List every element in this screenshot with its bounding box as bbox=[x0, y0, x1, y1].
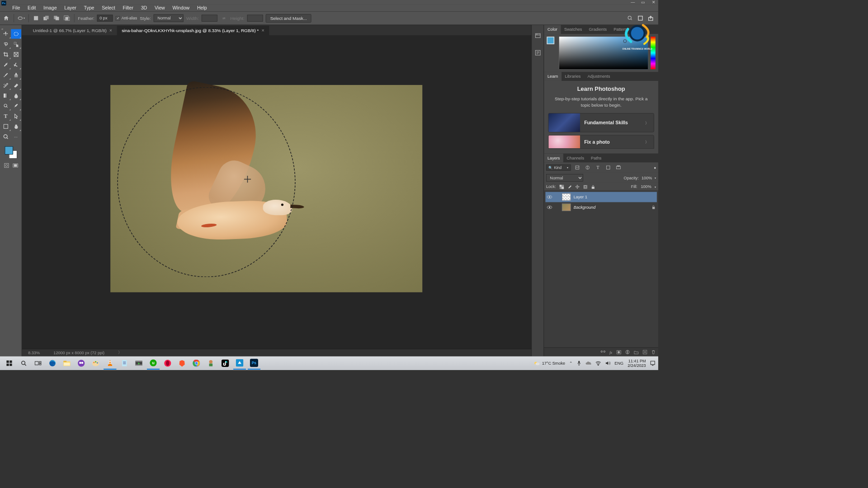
maximize-button[interactable]: ▭ bbox=[640, 0, 646, 5]
taskbar-app-orange[interactable] bbox=[204, 357, 217, 370]
fill-value[interactable]: 100% bbox=[641, 184, 651, 189]
layer-thumbnail[interactable] bbox=[562, 204, 571, 211]
filter-type-icon[interactable]: T bbox=[594, 164, 602, 172]
blur-tool[interactable] bbox=[11, 91, 21, 100]
menu-layer[interactable]: Layer bbox=[61, 5, 80, 11]
lasso-tool[interactable] bbox=[0, 39, 11, 49]
blend-mode-select[interactable]: Normal bbox=[546, 174, 583, 182]
add-selection-icon[interactable] bbox=[42, 14, 50, 22]
quick-select-tool[interactable] bbox=[11, 39, 21, 49]
menu-3d[interactable]: 3D bbox=[137, 5, 151, 11]
channels-tab[interactable]: Channels bbox=[563, 154, 588, 163]
volume-icon[interactable] bbox=[605, 361, 610, 366]
taskbar-edge[interactable] bbox=[46, 357, 59, 370]
search-button[interactable] bbox=[17, 357, 30, 370]
fg-color-chip[interactable] bbox=[547, 37, 554, 44]
properties-panel-icon[interactable] bbox=[534, 49, 542, 56]
paths-tab[interactable]: Paths bbox=[588, 154, 605, 163]
zoom-level[interactable]: 8.33% bbox=[28, 350, 40, 355]
learn-tab[interactable]: Learn bbox=[544, 72, 561, 81]
antialias-checkbox[interactable]: ✓Anti-alias bbox=[116, 16, 137, 20]
wifi-icon[interactable] bbox=[595, 361, 601, 366]
task-view-button[interactable] bbox=[32, 357, 45, 370]
close-tab-icon[interactable]: × bbox=[261, 28, 264, 33]
crop-tool[interactable] bbox=[0, 50, 11, 59]
taskbar-app-blue[interactable] bbox=[233, 357, 246, 370]
taskbar-chrome[interactable] bbox=[190, 357, 203, 370]
taskbar-explorer[interactable] bbox=[60, 357, 73, 370]
adjustment-layer-icon[interactable] bbox=[625, 350, 630, 354]
group-icon[interactable] bbox=[634, 350, 639, 354]
subtract-selection-icon[interactable] bbox=[53, 14, 61, 22]
filter-shape-icon[interactable] bbox=[604, 164, 612, 172]
learn-item-fix-photo[interactable]: Fix a photo 〉 bbox=[548, 135, 654, 149]
taskbar-notepad[interactable] bbox=[118, 357, 131, 370]
opacity-value[interactable]: 100% bbox=[642, 176, 652, 181]
filter-smart-icon[interactable] bbox=[615, 164, 623, 172]
new-selection-icon[interactable] bbox=[32, 14, 40, 22]
lock-transparency-icon[interactable] bbox=[559, 185, 564, 189]
swatches-tab[interactable]: Swatches bbox=[561, 25, 585, 34]
document-tab-2[interactable]: sina-bahar-QDkvLKXHYhk-unsplash.jpg @ 8.… bbox=[117, 26, 269, 35]
frame-icon[interactable] bbox=[637, 15, 643, 21]
taskbar-photoshop[interactable]: Ps bbox=[247, 357, 260, 370]
gradients-tab[interactable]: Gradients bbox=[585, 25, 610, 34]
doc-dimensions[interactable]: 12000 px x 8000 px (72 ppi) bbox=[53, 350, 104, 355]
style-select[interactable]: Normal bbox=[154, 14, 184, 22]
minimize-button[interactable]: — bbox=[629, 0, 636, 5]
visibility-icon[interactable] bbox=[547, 206, 553, 210]
intersect-selection-icon[interactable] bbox=[63, 14, 71, 22]
eyedropper-tool[interactable] bbox=[0, 60, 11, 70]
layer-name[interactable]: Layer 1 bbox=[574, 195, 587, 200]
hand-tool[interactable] bbox=[11, 122, 21, 131]
taskbar-vlc[interactable] bbox=[104, 357, 117, 370]
tool-preset-icon[interactable]: ▾ bbox=[18, 14, 25, 22]
hue-slider[interactable] bbox=[651, 37, 656, 69]
share-icon[interactable] bbox=[648, 15, 653, 21]
dodge-tool[interactable] bbox=[0, 101, 11, 111]
search-icon[interactable] bbox=[627, 15, 633, 21]
pen-tool[interactable] bbox=[11, 101, 21, 111]
move-tool[interactable] bbox=[0, 29, 11, 38]
learn-item-fundamental[interactable]: Fundamental Skills 〉 bbox=[548, 113, 654, 132]
layer-mask-icon[interactable] bbox=[616, 350, 621, 354]
history-panel-icon[interactable] bbox=[534, 32, 542, 40]
menu-file[interactable]: File bbox=[9, 5, 24, 11]
weather-widget[interactable]: 17°C Smoke bbox=[533, 360, 565, 366]
taskbar-video-editor[interactable] bbox=[132, 357, 146, 370]
menu-view[interactable]: View bbox=[151, 5, 168, 11]
menu-type[interactable]: Type bbox=[80, 5, 98, 11]
lock-artboard-icon[interactable] bbox=[583, 185, 588, 189]
filter-toggle-icon[interactable]: ● bbox=[654, 166, 656, 170]
type-tool[interactable]: T bbox=[0, 111, 11, 121]
color-swatches[interactable] bbox=[4, 145, 18, 159]
layers-tab[interactable]: Layers bbox=[544, 154, 563, 163]
frame-tool[interactable] bbox=[11, 50, 21, 59]
taskbar-brave[interactable] bbox=[175, 357, 189, 370]
history-brush-tool[interactable] bbox=[0, 80, 11, 90]
taskbar-upwork[interactable]: u bbox=[147, 357, 160, 370]
microphone-icon[interactable] bbox=[577, 361, 581, 366]
layer-thumbnail[interactable] bbox=[562, 193, 571, 201]
adjustments-tab[interactable]: Adjustments bbox=[584, 72, 613, 81]
edit-toolbar-icon[interactable]: ⋯ bbox=[11, 132, 21, 141]
marquee-tool[interactable] bbox=[11, 29, 21, 38]
lock-position-icon[interactable] bbox=[575, 185, 580, 189]
layer-row-background[interactable]: Background bbox=[545, 202, 656, 213]
close-tab-icon[interactable]: × bbox=[109, 28, 112, 33]
lock-image-icon[interactable] bbox=[567, 185, 572, 189]
filter-adjust-icon[interactable] bbox=[584, 164, 591, 172]
zoom-tool[interactable] bbox=[0, 132, 11, 141]
brush-tool[interactable] bbox=[0, 70, 11, 80]
color-field[interactable] bbox=[559, 37, 648, 69]
libraries-tab[interactable]: Libraries bbox=[561, 72, 584, 81]
onedrive-icon[interactable] bbox=[585, 361, 591, 365]
clock[interactable]: 11:41 PM 2/24/2023 bbox=[627, 358, 646, 368]
filter-pixel-icon[interactable] bbox=[574, 164, 581, 172]
new-layer-icon[interactable] bbox=[643, 350, 647, 354]
stamp-tool[interactable] bbox=[11, 70, 21, 80]
statusbar-arrow-icon[interactable]: 〉 bbox=[118, 350, 122, 356]
language-indicator[interactable]: ENG bbox=[614, 361, 623, 366]
lock-all-icon[interactable] bbox=[591, 185, 595, 189]
home-icon[interactable] bbox=[2, 14, 10, 22]
